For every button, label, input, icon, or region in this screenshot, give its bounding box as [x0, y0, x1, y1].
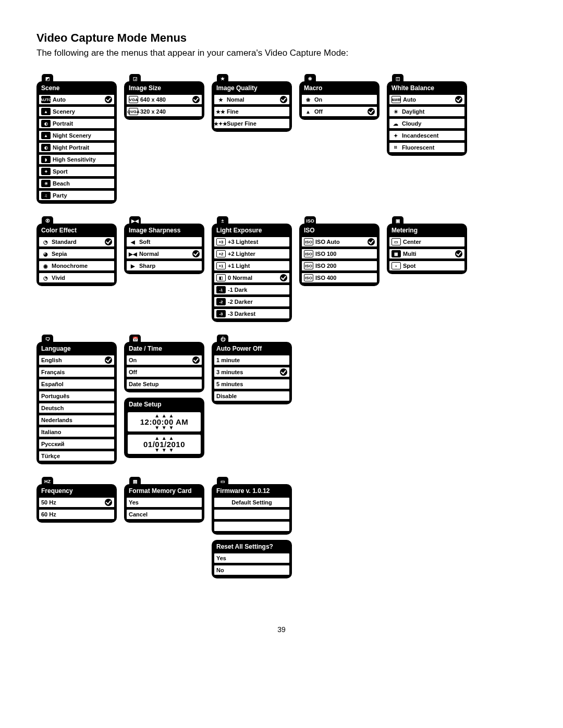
sharp-item-soft[interactable]: ◀Soft	[126, 236, 203, 248]
freq-item-60[interactable]: 60 Hz	[38, 509, 115, 520]
flower-icon: ❀	[304, 96, 312, 103]
reset-item-no[interactable]: No	[213, 564, 290, 576]
iso-item-100[interactable]: ISOISO 100	[301, 248, 378, 260]
exp-item[interactable]: +1+1 Light	[213, 260, 290, 272]
normal-icon: ▶◀	[129, 251, 137, 257]
menu-light-exposure: ± Light Exposure +3+3 Lightest +2+2 Ligh…	[212, 224, 292, 322]
lang-item[interactable]: Deutsch	[38, 402, 115, 414]
scene-item-night-scenery[interactable]: ▲Night Scenery	[38, 130, 115, 141]
lang-item[interactable]: Nederlands	[38, 414, 115, 426]
freq-item-50[interactable]: 50 Hz	[38, 497, 115, 508]
wb-item-cloudy[interactable]: ☁Cloudy	[388, 118, 466, 129]
exp-icon: +3	[216, 238, 226, 245]
iso-item-auto[interactable]: ISOISO Auto	[301, 236, 378, 248]
apo-item[interactable]: 3 minutes	[213, 366, 290, 378]
exp-item[interactable]: +2+2 Lighter	[213, 248, 290, 260]
sport-icon: ✦	[41, 168, 51, 175]
wb-item-incandescent[interactable]: ✦Incandescent	[388, 130, 466, 141]
exp-item[interactable]: -2-2 Darker	[213, 296, 290, 307]
iso-icon: ISO	[304, 238, 313, 245]
scene-item-sport[interactable]: ✦Sport	[38, 166, 115, 177]
lang-item[interactable]: Русский	[38, 438, 115, 450]
lang-item[interactable]: Türkçe	[38, 450, 115, 462]
lang-item[interactable]: English	[38, 354, 115, 366]
spot-icon: ▪	[391, 262, 401, 269]
exp-icon: +1	[216, 262, 226, 269]
mono-icon: ◉	[41, 263, 50, 269]
quality-item-normal[interactable]: ★Nomal	[213, 94, 290, 105]
apo-item[interactable]: 1 minute	[213, 354, 290, 366]
wb-item-auto[interactable]: AWBAuto	[388, 94, 466, 105]
std-icon: ◔	[41, 239, 50, 245]
reset-item-yes[interactable]: Yes	[213, 552, 290, 564]
menu-frequency: HZ Frequency 50 Hz 60 Hz	[36, 484, 117, 523]
scene-item-portrait[interactable]: ◐Portrait	[38, 118, 115, 129]
lang-item[interactable]: Português	[38, 390, 115, 402]
tab-icon-power: ⏻	[217, 335, 228, 344]
quality-item-fine[interactable]: ★★Fine	[213, 106, 290, 117]
color-item-vivid[interactable]: ◔Vivid	[38, 272, 115, 283]
fmt-item-cancel[interactable]: Cancel	[126, 509, 203, 520]
sharp-item-normal[interactable]: ▶◀Normal	[126, 248, 203, 260]
scene-item-party[interactable]: ♫Party	[38, 190, 115, 201]
menu-title: Auto Power Off	[213, 343, 290, 354]
star-icon: ★	[216, 96, 225, 103]
lang-item[interactable]: Español	[38, 378, 115, 390]
exp-item[interactable]: ◧0 Normal	[213, 272, 290, 283]
tab-icon-color: ⦿	[42, 216, 53, 226]
sharp-item-sharp[interactable]: ▶Sharp	[126, 260, 203, 272]
quality-item-superfine[interactable]: ★✦★Super Fine	[213, 118, 290, 129]
scene-item-auto[interactable]: AUTOAuto	[38, 94, 115, 105]
wb-item-fluorescent[interactable]: ⌗Fluorescent	[388, 142, 466, 153]
tab-icon-language: 🗨	[42, 335, 53, 344]
check-icon	[105, 356, 112, 364]
check-icon	[105, 238, 112, 245]
scene-item-night-portrait[interactable]: ◐Night Portrait	[38, 142, 115, 153]
date-item-on[interactable]: On	[126, 354, 203, 366]
color-item-standard[interactable]: ◔Standard	[38, 236, 115, 248]
meter-item-center[interactable]: ▭Center	[388, 236, 466, 248]
lang-item[interactable]: Italiano	[38, 426, 115, 438]
apo-item[interactable]: Disable	[213, 390, 290, 402]
color-item-monochrome[interactable]: ◉Monochrome	[38, 260, 115, 272]
menu-title: Date Setup	[126, 399, 203, 410]
tab-icon-metering: ▣	[392, 216, 403, 226]
apo-item[interactable]: 5 minutes	[213, 378, 290, 390]
fluorescent-icon: ⌗	[391, 144, 400, 151]
exp-item[interactable]: -1-1 Dark	[213, 284, 290, 295]
sepia-icon: ◕	[41, 251, 50, 257]
exp-item[interactable]: +3+3 Lightest	[213, 236, 290, 248]
lang-item[interactable]: Français	[38, 366, 115, 378]
wb-item-daylight[interactable]: ☀Daylight	[388, 106, 466, 117]
date-item-off[interactable]: Off	[126, 366, 203, 378]
size-item-qvga[interactable]: QVGA320 x 240	[126, 106, 203, 117]
multi-icon: ▦	[391, 250, 401, 257]
fmt-item-yes[interactable]: Yes	[126, 497, 203, 508]
macro-item-off[interactable]: ▲Off	[301, 106, 378, 117]
exp-item[interactable]: -3-3 Darkest	[213, 308, 290, 319]
meter-item-multi[interactable]: ▦Multi	[388, 248, 466, 260]
date-stepper[interactable]: ▲ ▲ ▲ 01/01/2010 ▼ ▼ ▼	[127, 434, 202, 455]
menu-language: 🗨 Language English Français Español Port…	[36, 342, 117, 464]
time-stepper[interactable]: ▲ ▲ ▲ 12:00:00 AM ▼ ▼ ▼	[127, 411, 202, 433]
scene-item-high-sensitivity[interactable]: ◗High Sensitivity	[38, 154, 115, 165]
menu-date-time: 📅 Date / Time On Off Date Setup	[124, 342, 204, 392]
date-item-setup[interactable]: Date Setup	[126, 378, 203, 390]
scene-item-beach[interactable]: ☀Beach	[38, 178, 115, 189]
iso-item-200[interactable]: ISOISO 200	[301, 260, 378, 272]
iso-icon: ISO	[304, 274, 313, 281]
fw-item-default[interactable]: Default Setting	[213, 497, 290, 508]
color-item-sepia[interactable]: ◕Sepia	[38, 248, 115, 260]
night-portrait-icon: ◐	[41, 144, 51, 151]
down-arrows-icon: ▼ ▼ ▼	[131, 449, 198, 452]
iso-item-400[interactable]: ISOISO 400	[301, 272, 378, 283]
star-icon: ★✦★	[216, 120, 225, 127]
page-title: Video Capture Mode Menus	[36, 31, 527, 45]
meter-item-spot[interactable]: ▪Spot	[388, 260, 466, 272]
scene-item-scenery[interactable]: ▲Scenery	[38, 106, 115, 117]
iso-icon: ISO	[304, 250, 313, 257]
menu-macro: ❀ Macro ❀On ▲Off	[299, 81, 380, 120]
tab-icon-quality: ★	[217, 74, 228, 83]
macro-item-on[interactable]: ❀On	[301, 94, 378, 105]
size-item-vga[interactable]: VGA640 x 480	[126, 94, 203, 105]
